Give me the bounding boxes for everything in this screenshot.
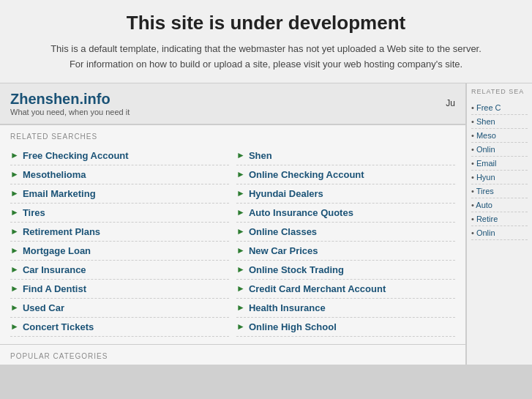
arrow-icon: ► xyxy=(10,302,19,313)
logo-area: Zhenshen.info What you need, when you ne… xyxy=(10,91,130,116)
search-link[interactable]: Email Marketing xyxy=(23,188,96,199)
search-link[interactable]: Hyundai Dealers xyxy=(249,188,323,199)
search-link[interactable]: Online Classes xyxy=(249,226,317,237)
list-item: ► Health Insurance xyxy=(236,299,455,318)
arrow-icon: ► xyxy=(10,226,19,236)
search-link[interactable]: Credit Card Merchant Account xyxy=(249,283,386,294)
arrow-icon: ► xyxy=(236,226,245,236)
search-link[interactable]: Find A Dentist xyxy=(23,283,86,294)
sidebar-link[interactable]: Auto xyxy=(471,198,528,212)
top-banner: This site is under development This is a… xyxy=(0,0,532,83)
search-link[interactable]: Concert Tickets xyxy=(23,321,94,332)
popular-categories-label: POPULAR CATEGORIES xyxy=(0,344,465,365)
search-link[interactable]: Mesothelioma xyxy=(23,169,86,180)
search-links-grid: ► Free Checking Account ► Mesothelioma ►… xyxy=(10,146,455,337)
list-item: ► New Car Prices xyxy=(236,242,455,261)
arrow-icon: ► xyxy=(236,188,245,198)
list-item: ► Used Car xyxy=(10,299,229,318)
sidebar-link[interactable]: Onlin xyxy=(471,226,528,240)
list-item: ► Free Checking Account xyxy=(10,146,229,165)
arrow-icon: ► xyxy=(236,264,245,275)
arrow-icon: ► xyxy=(10,283,19,294)
search-link[interactable]: Online High School xyxy=(249,321,337,332)
sidebar-link[interactable]: Hyun xyxy=(471,171,528,184)
site-logo[interactable]: Zhenshen.info xyxy=(10,91,130,108)
banner-line1: This is a default template, indicating t… xyxy=(15,42,517,57)
search-link[interactable]: Car Insurance xyxy=(23,264,86,275)
site-header: Zhenshen.info What you need, when you ne… xyxy=(0,83,465,125)
list-item: ► Retirement Plans xyxy=(10,223,229,242)
arrow-icon: ► xyxy=(10,264,19,275)
sidebar-link[interactable]: Email xyxy=(471,157,528,171)
sidebar-link[interactable]: Free C xyxy=(471,101,528,115)
search-link[interactable]: Online Checking Account xyxy=(249,169,364,180)
main-container: Zhenshen.info What you need, when you ne… xyxy=(0,83,532,365)
site-tagline: What you need, when you need it xyxy=(10,108,130,116)
arrow-icon: ► xyxy=(10,207,19,217)
search-link[interactable]: Used Car xyxy=(23,302,64,313)
search-link[interactable]: Tires xyxy=(23,207,45,218)
search-link[interactable]: Mortgage Loan xyxy=(23,245,91,256)
arrow-icon: ► xyxy=(10,245,19,256)
list-item: ► Hyundai Dealers xyxy=(236,184,455,204)
search-link[interactable]: Auto Insurance Quotes xyxy=(249,207,353,218)
sidebar-link[interactable]: Shen xyxy=(471,115,528,129)
list-item: ► Auto Insurance Quotes xyxy=(236,204,455,223)
list-item: ► Online Checking Account xyxy=(236,165,455,184)
right-column: ► Shen ► Online Checking Account ► Hyund… xyxy=(236,146,455,337)
center-panel: Zhenshen.info What you need, when you ne… xyxy=(0,83,466,365)
arrow-icon: ► xyxy=(236,321,245,332)
sidebar-link[interactable]: Retire xyxy=(471,212,528,226)
list-item: ► Mesothelioma xyxy=(10,165,229,184)
arrow-icon: ► xyxy=(236,169,245,179)
search-link[interactable]: Free Checking Account xyxy=(23,150,129,161)
list-item: ► Shen xyxy=(236,146,455,165)
list-item: ► Credit Card Merchant Account xyxy=(236,280,455,299)
list-item: ► Online Stock Trading xyxy=(236,261,455,280)
banner-title: This site is under development xyxy=(15,12,517,34)
list-item: ► Online Classes xyxy=(236,223,455,242)
right-sidebar: RELATED SEA Free C Shen Meso Onlin Email… xyxy=(466,83,532,365)
arrow-icon: ► xyxy=(10,321,19,332)
arrow-icon: ► xyxy=(236,245,245,256)
arrow-icon: ► xyxy=(10,150,19,160)
sidebar-related-label: RELATED SEA xyxy=(471,88,528,95)
sidebar-link[interactable]: Meso xyxy=(471,129,528,143)
left-column: ► Free Checking Account ► Mesothelioma ►… xyxy=(10,146,229,337)
list-item: ► Car Insurance xyxy=(10,261,229,280)
related-searches-section: RELATED SEARCHES ► Free Checking Account… xyxy=(0,125,465,344)
list-item: ► Tires xyxy=(10,204,229,223)
arrow-icon: ► xyxy=(236,150,245,160)
arrow-icon: ► xyxy=(236,283,245,294)
list-item: ► Concert Tickets xyxy=(10,318,229,337)
related-searches-label: RELATED SEARCHES xyxy=(10,133,455,141)
search-link[interactable]: Shen xyxy=(249,150,272,161)
search-link[interactable]: Health Insurance xyxy=(249,302,326,313)
list-item: ► Find A Dentist xyxy=(10,280,229,299)
list-item: ► Email Marketing xyxy=(10,184,229,204)
arrow-icon: ► xyxy=(10,169,19,179)
arrow-icon: ► xyxy=(236,302,245,313)
list-item: ► Online High School xyxy=(236,318,455,337)
search-link[interactable]: New Car Prices xyxy=(249,245,318,256)
search-link[interactable]: Retirement Plans xyxy=(23,226,100,237)
header-right: Ju xyxy=(446,98,455,108)
banner-line2: For information on how to build or uploa… xyxy=(15,57,517,72)
search-link[interactable]: Online Stock Trading xyxy=(249,264,344,275)
sidebar-link[interactable]: Onlin xyxy=(471,143,528,157)
list-item: ► Mortgage Loan xyxy=(10,242,229,261)
arrow-icon: ► xyxy=(10,188,19,198)
arrow-icon: ► xyxy=(236,207,245,217)
sidebar-link[interactable]: Tires xyxy=(471,184,528,198)
